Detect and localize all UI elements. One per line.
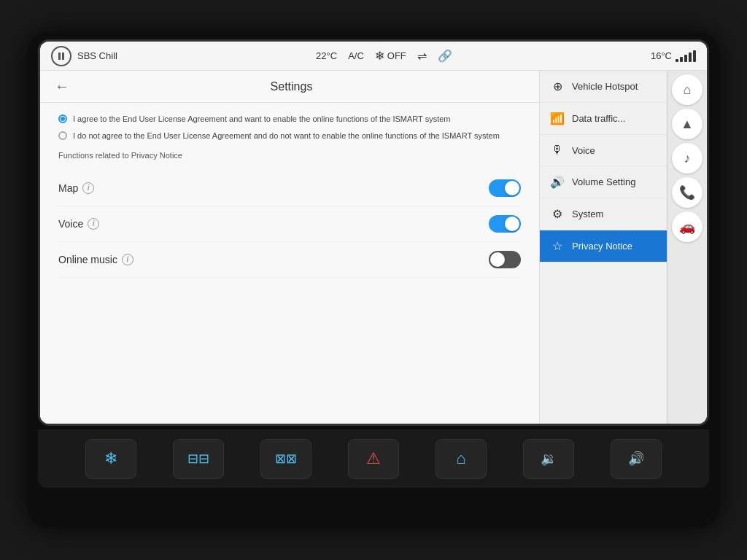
hw-hazard-icon: ⚠ — [366, 449, 381, 468]
back-button[interactable]: ← — [55, 78, 69, 95]
temperature-display: 22°C — [316, 50, 337, 61]
side-menu-data-traffic[interactable]: 📶 Data traffic... — [540, 103, 667, 135]
hw-heat-front[interactable]: ⊟⊟ — [173, 439, 224, 479]
status-bar: SBS Chill 22°C A/C ❄ OFF ⇌ 🔗 16°C — [40, 42, 707, 71]
info-icon-map[interactable]: i — [82, 182, 94, 194]
hw-hazard[interactable]: ⚠ — [348, 439, 399, 479]
right-temp: 16°C — [651, 50, 672, 61]
navigate-nav-icon: ▲ — [681, 117, 694, 132]
privacy-section-title: Functions related to Privacy Notice — [58, 151, 521, 160]
signal-bar-3 — [684, 55, 687, 62]
toggle-map-knob — [505, 181, 519, 195]
toggle-label-map: Map i — [58, 182, 94, 194]
radio-disagree[interactable] — [58, 131, 67, 140]
toggle-label-music: Online music i — [58, 254, 133, 265]
privacy-notice-icon: ☆ — [550, 239, 565, 253]
side-menu-volume-setting[interactable]: 🔊 Volume Setting — [540, 166, 667, 198]
hw-vol-down-icon: 🔉 — [541, 451, 557, 467]
toggle-label-voice: Voice i — [58, 218, 99, 230]
hw-heat-front-icon: ⊟⊟ — [187, 451, 209, 467]
quick-nav-car[interactable]: 🚗 — [672, 211, 703, 242]
toggle-voice-knob — [505, 217, 519, 231]
hw-fan-icon: ❄ — [104, 449, 117, 468]
quick-nav-music[interactable]: ♪ — [672, 143, 703, 174]
quick-nav-home[interactable]: ⌂ — [672, 74, 703, 105]
toggle-map[interactable] — [489, 179, 521, 197]
volume-setting-icon: 🔊 — [550, 175, 565, 189]
hw-fan-toggle[interactable]: ❄ — [85, 439, 136, 479]
hardware-buttons: ❄ ⊟⊟ ⊠⊠ ⚠ ⌂ 🔉 🔊 — [38, 429, 709, 488]
info-icon-voice[interactable]: i — [88, 218, 99, 230]
info-icon-music[interactable]: i — [122, 254, 133, 265]
car-dashboard: SBS Chill 22°C A/C ❄ OFF ⇌ 🔗 16°C — [27, 32, 720, 528]
license-option-agree[interactable]: I agree to the End User License Agreemen… — [58, 114, 521, 125]
car-nav-icon: 🚗 — [679, 219, 695, 235]
fan-status: ❄ OFF — [375, 49, 406, 63]
license-agree-text: I agree to the End User License Agreemen… — [73, 114, 451, 125]
side-menu-voice[interactable]: 🎙 Voice — [540, 135, 667, 166]
pause-bar-1 — [58, 52, 61, 60]
content-panel: ← Settings I agree to the End User Licen… — [40, 71, 539, 424]
toggle-map-text: Map — [58, 182, 78, 194]
media-icon — [51, 46, 71, 66]
status-left: SBS Chill — [51, 46, 117, 66]
hw-home[interactable]: ⌂ — [436, 439, 487, 479]
main-area: ← Settings I agree to the End User Licen… — [40, 71, 707, 424]
data-traffic-icon: 📶 — [550, 112, 565, 125]
voice-label: Voice — [572, 145, 595, 156]
signal-bar-4 — [689, 52, 692, 62]
pause-bar-2 — [62, 52, 64, 60]
radio-agree[interactable] — [58, 114, 67, 123]
side-menu-vehicle-hotspot[interactable]: ⊕ Vehicle Hotspot — [540, 71, 667, 103]
signal-bar-2 — [680, 57, 683, 62]
toggle-row-voice: Voice i — [58, 206, 521, 242]
fan-icon: ❄ — [375, 49, 384, 63]
home-nav-icon: ⌂ — [684, 82, 692, 98]
volume-setting-label: Volume Setting — [572, 176, 635, 187]
screen-wrapper: SBS Chill 22°C A/C ❄ OFF ⇌ 🔗 16°C — [38, 39, 709, 426]
license-option-disagree[interactable]: I do not agree to the End User License A… — [58, 131, 521, 141]
music-nav-icon: ♪ — [684, 151, 691, 166]
toggle-music[interactable] — [489, 251, 521, 268]
toggle-music-knob — [490, 252, 505, 267]
page-title: Settings — [80, 80, 503, 93]
quick-nav-navigate[interactable]: ▲ — [672, 109, 703, 139]
hw-vol-up[interactable]: 🔊 — [611, 439, 662, 479]
pause-icon — [58, 52, 64, 60]
media-title: SBS Chill — [77, 50, 117, 61]
signal-bars — [676, 50, 696, 62]
hw-vol-up-icon: 🔊 — [628, 451, 644, 467]
side-menu-system[interactable]: ⚙ System — [540, 198, 667, 230]
status-right: 16°C — [651, 50, 696, 62]
toggle-row-music: Online music i — [58, 242, 521, 278]
hw-home-icon: ⌂ — [456, 449, 465, 468]
voice-icon: 🎙 — [550, 144, 565, 157]
toggle-voice-text: Voice — [58, 218, 83, 230]
content-body: I agree to the End User License Agreemen… — [40, 103, 539, 424]
content-header: ← Settings — [40, 71, 539, 103]
toggle-voice[interactable] — [489, 215, 521, 233]
hw-heat-rear[interactable]: ⊠⊠ — [260, 439, 311, 479]
signal-bar-5 — [693, 50, 696, 62]
license-options: I agree to the End User License Agreemen… — [58, 114, 521, 142]
quick-nav: ⌂ ▲ ♪ 📞 🚗 — [667, 71, 707, 424]
wifi-icon: ⇌ — [417, 49, 427, 63]
screen: SBS Chill 22°C A/C ❄ OFF ⇌ 🔗 16°C — [40, 42, 707, 424]
hw-heat-rear-icon: ⊠⊠ — [275, 451, 297, 467]
toggle-row-map: Map i — [58, 171, 521, 206]
hw-vol-down[interactable]: 🔉 — [523, 439, 574, 479]
ac-display: A/C — [348, 50, 364, 61]
toggle-music-text: Online music — [58, 254, 117, 265]
side-menu: ⊕ Vehicle Hotspot 📶 Data traffic... 🎙 Vo… — [539, 71, 667, 424]
privacy-notice-label: Privacy Notice — [572, 241, 632, 252]
signal-bar-1 — [676, 59, 678, 62]
vehicle-hotspot-label: Vehicle Hotspot — [572, 81, 638, 92]
link-icon: 🔗 — [438, 49, 452, 63]
phone-nav-icon: 📞 — [679, 184, 695, 201]
vehicle-hotspot-icon: ⊕ — [550, 79, 565, 93]
fan-label: OFF — [387, 50, 406, 61]
quick-nav-phone[interactable]: 📞 — [672, 177, 703, 208]
data-traffic-label: Data traffic... — [572, 113, 625, 124]
status-center: 22°C A/C ❄ OFF ⇌ 🔗 — [316, 49, 452, 63]
side-menu-privacy-notice[interactable]: ☆ Privacy Notice — [540, 230, 667, 262]
